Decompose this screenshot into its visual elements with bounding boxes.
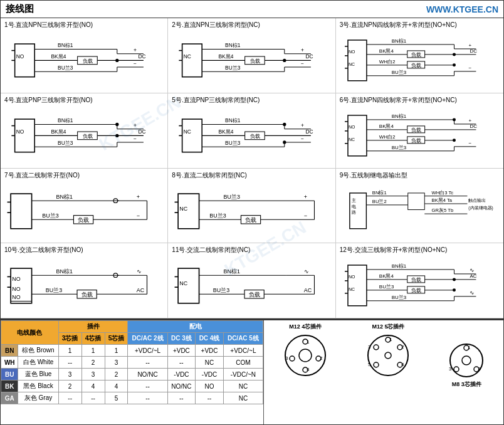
diagram-11: 11号.交流二线制常闭型(NC) NC BN棕1 ∿ BU兰3 负载 AC: [168, 243, 335, 318]
svg-text:∿: ∿: [470, 267, 475, 273]
svg-text:−: −: [301, 60, 304, 66]
svg-text:负载: 负载: [83, 132, 93, 139]
wiring-2-val: NO/NC: [128, 369, 167, 380]
diagram-4-svg: NO BN棕1 + BK黑4 负载 DC BU兰3 −: [4, 106, 164, 165]
svg-text:负载: 负载: [249, 291, 260, 298]
svg-text:+: +: [468, 118, 471, 123]
table-section: 电线颜色 插件 配电 3芯插 4芯插 5芯插 DC/AC 2线 DC 3线 DC…: [1, 319, 503, 424]
svg-text:NO: NO: [12, 294, 20, 300]
col-5-val: 3: [105, 357, 128, 369]
svg-point-92: [115, 123, 118, 126]
diagram-2-title: 2号.直流NPN三线制常闭型(NC): [172, 21, 331, 29]
svg-text:DC: DC: [470, 48, 477, 54]
svg-text:NC: NC: [180, 280, 188, 286]
svg-text:BU兰3: BU兰3: [224, 193, 240, 199]
svg-text:触点输出: 触点输出: [468, 198, 486, 203]
svg-text:5: 5: [368, 362, 371, 367]
svg-text:2: 2: [478, 366, 481, 372]
wiring-2-val: --: [128, 380, 167, 392]
m12-5pin-svg: 1 2 3 4 5: [365, 332, 412, 379]
svg-rect-21: [182, 44, 202, 77]
svg-text:NO: NO: [12, 276, 20, 282]
col-4-val: 4: [81, 380, 105, 392]
svg-text:BU兰3: BU兰3: [213, 287, 229, 293]
color-name: 棕色 Brown: [18, 345, 58, 357]
diagram-9-title: 9号.五线制继电器输出型: [340, 171, 500, 180]
svg-text:3: 3: [368, 344, 371, 350]
svg-text:NC: NC: [184, 129, 191, 135]
diagram-9: 9号.五线制继电器输出型 主 电 路 BN棕1 BU兰2 WH白3 Tc: [336, 169, 503, 244]
m8-3pin-svg: 1 2 3: [448, 342, 485, 379]
svg-text:WH白2: WH白2: [379, 134, 395, 140]
svg-point-91: [115, 134, 118, 137]
diagram-12-svg: NO NC BN棕1 ∿ BK黑4 负载 AC BU兰3 负载: [340, 256, 500, 315]
svg-point-142: [453, 139, 456, 142]
wiring-4-val: NC: [196, 357, 224, 369]
wiring-3-val: --: [167, 357, 196, 369]
svg-rect-181: [407, 192, 424, 209]
m12-4pin-label: M12 4芯插件: [282, 323, 329, 331]
svg-text:电: 电: [351, 204, 355, 208]
svg-text:BU兰3: BU兰3: [391, 145, 406, 150]
col-4-val: 2: [81, 357, 105, 369]
diagram-5-svg: NC BN棕1 + BK黑4 负载 DC BU兰3 −: [172, 106, 331, 165]
diagram-1: 1号.直流NPN三线制常开型(NO) NO BN棕1 + BK黑4 负载: [1, 18, 168, 93]
color-code: WH: [1, 357, 18, 369]
svg-text:BU兰3: BU兰3: [210, 212, 226, 218]
wiring-3-val: --: [167, 392, 196, 404]
svg-point-69: [453, 53, 456, 56]
svg-text:BK黑4: BK黑4: [379, 273, 394, 279]
svg-point-269: [374, 345, 379, 350]
wire-table: 电线颜色 插件 配电 3芯插 4芯插 5芯插 DC/AC 2线 DC 3线 DC…: [1, 320, 263, 404]
svg-text:2: 2: [401, 344, 404, 350]
svg-text:负载: 负载: [250, 58, 260, 64]
svg-text:BU兰3: BU兰3: [391, 70, 406, 75]
svg-text:负载: 负载: [411, 52, 421, 58]
col-5-val: 1: [105, 345, 128, 357]
wiring-5-val: NC: [223, 392, 263, 404]
svg-text:BU兰3: BU兰3: [42, 212, 58, 218]
diagram-5-title: 5号.直流PNP三线制常闭型(NC): [172, 96, 331, 105]
col-4-val: --: [81, 392, 105, 404]
svg-text:BU兰3: BU兰3: [225, 65, 241, 71]
svg-text:+: +: [137, 193, 140, 199]
svg-text:BN棕1: BN棕1: [372, 189, 387, 195]
table-row: WH 白色 White -- 2 3 -- -- NC COM: [1, 357, 263, 369]
wiring-4-val: -VDC: [196, 369, 224, 380]
svg-text:NC: NC: [180, 205, 188, 211]
color-name: 灰色 Gray: [18, 392, 58, 404]
svg-text:+: +: [301, 47, 304, 53]
svg-text:−: −: [134, 135, 137, 141]
diagrams-section: 1号.直流NPN三线制常开型(NO) NO BN棕1 + BK黑4 负载: [1, 18, 503, 319]
svg-point-259: [290, 356, 295, 361]
diagram-3-title: 3号.直流NPN四线制常开+常闭型(NO+NC): [340, 21, 500, 29]
diagram-6: 6号.直流NPN四线制常开+常闭型(NO+NC) NO NC BN棕1 + BK…: [336, 93, 503, 169]
col-5-val: 4: [105, 380, 128, 392]
diagram-6-svg: NO NC BN棕1 + BK黑4 负载 DC WH白2 负载: [340, 106, 500, 165]
col-4-val: 1: [81, 345, 105, 357]
diagram-4: 4号.直流PNP三线制常开型(NO) NO BN棕1 + BK黑4 负载 DC …: [1, 93, 168, 169]
col-dc-4: DC 4线: [196, 333, 224, 345]
svg-text:DC: DC: [138, 129, 145, 135]
svg-text:−: −: [301, 135, 304, 141]
svg-text:负载: 负载: [411, 288, 421, 293]
svg-text:3: 3: [449, 366, 452, 372]
m12-4pin-svg: 1 2 3 4: [282, 332, 329, 379]
svg-text:BK黑4: BK黑4: [51, 53, 66, 60]
svg-text:NO: NO: [349, 275, 355, 279]
svg-text:NC: NC: [349, 62, 355, 66]
svg-text:−: −: [134, 60, 137, 66]
diagram-11-svg: NC BN棕1 ∿ BU兰3 负载 AC: [172, 256, 331, 315]
svg-point-70: [453, 63, 456, 66]
svg-text:BU兰3: BU兰3: [58, 65, 73, 71]
svg-text:+: +: [134, 47, 137, 53]
col-5-val: 5: [105, 392, 128, 404]
table-row: BK 黑色 Black 2 4 4 -- NO/NC NO NC: [1, 380, 263, 392]
svg-text:DC: DC: [470, 123, 477, 129]
wiring-3-val: -VDC: [167, 369, 196, 380]
svg-text:WH白2: WH白2: [379, 59, 395, 65]
svg-point-114: [283, 123, 286, 126]
table-row: BU 蓝色 Blue 3 3 2 NO/NC -VDC -VDC -VDC/~N: [1, 369, 263, 380]
diagram-12-title: 12号.交流三线制常开+常闭型(NO+NC): [340, 246, 500, 254]
svg-text:BK黑4: BK黑4: [51, 129, 66, 135]
